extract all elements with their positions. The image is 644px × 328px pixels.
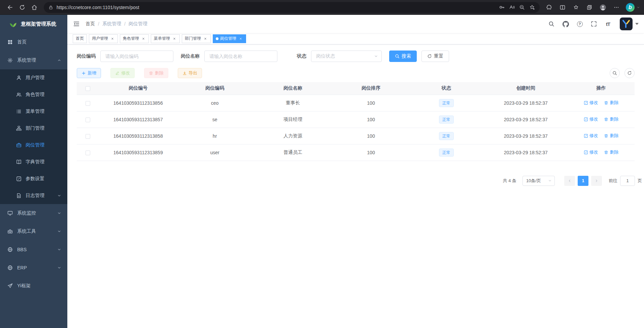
row-checkbox[interactable] <box>86 118 90 122</box>
url-text[interactable]: https://ccnetcore.com:1101/system/post <box>57 5 497 10</box>
zoom-icon[interactable] <box>517 3 527 12</box>
delete-button[interactable]: 删除 <box>144 68 168 78</box>
refresh-table-icon[interactable] <box>624 68 635 78</box>
add-button[interactable]: 新增 <box>77 68 101 78</box>
edit-button[interactable]: 修改 <box>110 68 135 78</box>
tab-menu-mgmt[interactable]: 菜单管理 <box>151 34 180 43</box>
row-edit-link[interactable]: 修改 <box>584 133 598 139</box>
sidebar-item-tools[interactable]: 系统工具 <box>0 222 67 240</box>
settings-more-icon[interactable] <box>610 1 622 13</box>
sidebar-item-menus[interactable]: 菜单管理 <box>0 103 67 120</box>
list-icon <box>16 109 22 114</box>
sidebar-item-dictionary[interactable]: 字典管理 <box>0 154 67 170</box>
table-row[interactable]: 1641030593112313859 user 普通员工 100 正常 202… <box>77 144 635 161</box>
sidebar-item-yi-framework[interactable]: Yi框架 <box>0 277 67 295</box>
tab-user-mgmt[interactable]: 用户管理 <box>89 34 118 43</box>
users-icon <box>16 92 22 97</box>
document-icon <box>16 193 22 198</box>
sidebar-item-erp[interactable]: ERP <box>0 259 67 277</box>
tab-post-mgmt[interactable]: 岗位管理 <box>213 34 246 43</box>
sidebar-collapse-icon[interactable] <box>67 15 86 33</box>
profile-avatar[interactable] <box>597 1 609 13</box>
table-row[interactable]: 1641030593112313858 hr 人力资源 100 正常 2023-… <box>77 128 635 144</box>
header-search-icon[interactable] <box>546 18 557 30</box>
cell-post-id: 1641030593112313858 <box>99 128 177 144</box>
sidebar-item-logs[interactable]: 日志管理 <box>0 187 67 204</box>
next-page-button[interactable] <box>591 176 602 186</box>
row-delete-label: 删除 <box>610 116 618 122</box>
address-bar[interactable]: https://ccnetcore.com:1101/system/post <box>44 2 540 13</box>
export-button[interactable]: 导出 <box>178 68 202 78</box>
row-delete-link[interactable]: 删除 <box>604 116 618 122</box>
lock-icon[interactable] <box>48 5 53 10</box>
bing-dropdown-caret[interactable] <box>637 6 640 9</box>
row-edit-link[interactable]: 修改 <box>584 149 598 155</box>
toggle-search-icon[interactable] <box>610 68 620 78</box>
post-code-input[interactable] <box>100 51 173 62</box>
sidebar: 意框架管理系统 首页 系统管理 用户管理 角色管理 <box>0 15 67 328</box>
close-tab-icon[interactable] <box>203 36 208 41</box>
row-checkbox[interactable] <box>86 101 90 106</box>
prev-page-button[interactable] <box>564 176 575 186</box>
cell-post-code: se <box>177 111 252 128</box>
close-tab-icon[interactable] <box>141 36 146 41</box>
add-favorite-icon[interactable] <box>527 3 537 12</box>
status-select[interactable]: 岗位状态 <box>311 51 382 62</box>
copilot-bing-icon[interactable]: b <box>626 3 635 12</box>
sidebar-item-departments[interactable]: 部门管理 <box>0 120 67 137</box>
app-logo[interactable]: 意框架管理系统 <box>0 15 67 33</box>
sidebar-item-system[interactable]: 系统管理 <box>0 51 67 69</box>
row-delete-link[interactable]: 删除 <box>604 149 618 155</box>
row-checkbox[interactable] <box>86 151 90 155</box>
close-tab-icon[interactable] <box>238 36 243 41</box>
close-tab-icon[interactable] <box>172 36 177 41</box>
row-delete-link[interactable]: 删除 <box>604 100 618 106</box>
row-delete-link[interactable]: 删除 <box>604 133 618 139</box>
tab-home[interactable]: 首页 <box>73 34 87 43</box>
read-aloud-icon[interactable] <box>507 3 517 12</box>
chevron-up-icon <box>57 58 61 62</box>
table-row[interactable]: 1641030593112313857 se 项目经理 100 正常 2023-… <box>77 111 635 128</box>
sidebar-item-roles[interactable]: 角色管理 <box>0 86 67 103</box>
reset-button[interactable]: 重置 <box>421 51 449 62</box>
table-row[interactable]: 1641030593112313856 ceo 董事长 100 正常 2023-… <box>77 95 635 111</box>
row-edit-link[interactable]: 修改 <box>584 100 598 106</box>
password-key-icon[interactable] <box>497 3 507 12</box>
favorites-icon[interactable] <box>570 1 582 13</box>
refresh-icon[interactable] <box>16 1 28 13</box>
home-icon[interactable] <box>28 1 40 13</box>
back-icon[interactable] <box>4 1 16 13</box>
row-checkbox[interactable] <box>86 134 90 139</box>
sidebar-item-posts[interactable]: 岗位管理 <box>0 137 67 154</box>
row-edit-link[interactable]: 修改 <box>584 116 598 122</box>
collections-icon[interactable] <box>583 1 596 13</box>
fullscreen-icon[interactable] <box>588 18 600 30</box>
sidebar-item-home[interactable]: 首页 <box>0 33 67 51</box>
goto-page-input[interactable] <box>620 176 635 186</box>
tab-dept-mgmt[interactable]: 部门管理 <box>182 34 211 43</box>
breadcrumb-system[interactable]: 系统管理 <box>102 21 121 27</box>
breadcrumb-home[interactable]: 首页 <box>86 21 95 27</box>
sidebar-item-users[interactable]: 用户管理 <box>0 69 67 86</box>
sidebar-item-bbs[interactable]: BBS <box>0 240 67 259</box>
row-edit-label: 修改 <box>589 100 598 106</box>
extensions-icon[interactable] <box>543 1 555 13</box>
page-size-select[interactable]: 10条/页 <box>522 176 555 186</box>
close-tab-icon[interactable] <box>110 36 115 41</box>
download-icon <box>182 71 187 75</box>
sidebar-item-parameters[interactable]: 参数设置 <box>0 170 67 187</box>
search-button[interactable]: 搜索 <box>389 51 417 62</box>
tab-label: 用户管理 <box>92 36 108 41</box>
breadcrumb: 首页 / 系统管理 / 岗位管理 <box>86 21 147 27</box>
post-name-input[interactable] <box>204 51 277 62</box>
user-avatar[interactable] <box>620 18 633 30</box>
help-icon[interactable]: ? <box>574 18 585 30</box>
user-menu[interactable] <box>620 18 639 30</box>
github-icon[interactable] <box>560 18 571 30</box>
page-button-1[interactable]: 1 <box>578 176 588 186</box>
sidebar-item-monitor[interactable]: 系统监控 <box>0 204 67 222</box>
font-size-icon[interactable]: tT <box>602 18 614 30</box>
tab-role-mgmt[interactable]: 角色管理 <box>120 34 149 43</box>
split-screen-icon[interactable] <box>556 1 569 13</box>
select-all-checkbox[interactable] <box>86 86 90 91</box>
